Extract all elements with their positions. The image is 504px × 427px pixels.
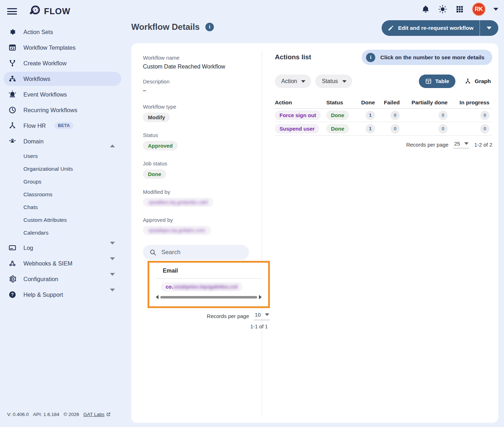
sub-item-label: Groups (23, 179, 41, 185)
in-progress-count[interactable]: 0 (480, 111, 489, 120)
sidebar-item-workflow-templates[interactable]: Workflow Templates (4, 40, 121, 55)
email-row-redacted[interactable]: co.smalqeteo.bqngalettes.cnl (161, 282, 243, 291)
scroll-right-icon[interactable] (259, 295, 262, 299)
search-input[interactable] (161, 249, 239, 256)
workflow-name-value: Custom Date Reached Workflow (143, 64, 253, 70)
sidebar-item-create-workflow[interactable]: Create Workflow (4, 56, 121, 70)
scrollbar-thumb[interactable] (160, 296, 257, 299)
edit-rerequest-workflow-button[interactable]: Edit and re-request workflow (382, 20, 498, 36)
action-filter-dropdown[interactable]: Action (275, 75, 311, 88)
avatar[interactable]: RK (472, 2, 486, 16)
done-count[interactable]: 1 (366, 124, 375, 133)
action-link[interactable]: Force sign out (275, 110, 321, 120)
people-group-icon (9, 137, 16, 145)
sidebar-item-custom-attributes[interactable]: Custom Attributes (4, 214, 121, 226)
sidebar-item-flow-hr[interactable]: Flow HR BETA (4, 119, 121, 133)
magnifier-logo-icon (28, 5, 41, 18)
beta-badge: BETA (54, 122, 73, 129)
sidebar-item-recurring-workflows[interactable]: Recurring Workflows (4, 103, 121, 117)
status-chip: Approved (143, 141, 178, 150)
branch-icon (9, 59, 16, 67)
sidebar-item-users[interactable]: Users (4, 150, 121, 163)
network-icon (9, 122, 16, 130)
api-version: API: 1.6.184 (33, 412, 59, 417)
scroll-left-icon[interactable] (156, 295, 159, 299)
sidebar-item-help-support[interactable]: ? Help & Support (4, 288, 121, 302)
gat-labs-link[interactable]: GAT Labs (83, 412, 111, 417)
chevron-up-icon[interactable] (110, 138, 115, 147)
records-per-page-select[interactable]: 25 (453, 141, 469, 148)
sidebar-item-organizational-units[interactable]: Organizational Units (4, 163, 121, 175)
sidebar-item-calendars[interactable]: Calendars (4, 226, 121, 239)
sidebar-item-label: Create Workflow (23, 60, 67, 67)
apps-grid-icon[interactable] (455, 5, 464, 14)
app-version: V: 0.406.0 (7, 412, 29, 417)
menu-hamburger-icon[interactable] (7, 7, 17, 15)
email-column-header: Email (156, 268, 262, 274)
in-progress-count[interactable]: 0 (480, 124, 489, 133)
sub-item-label: Organizational Units (23, 166, 73, 172)
actions-list-title: Actions list (275, 53, 311, 61)
app-logo[interactable]: FLOW (28, 5, 71, 18)
copyright: © 2026 (63, 412, 79, 417)
sidebar-item-log[interactable]: Log (4, 241, 121, 255)
edit-button-label: Edit and re-request workflow (398, 25, 473, 31)
sub-item-label: Chats (23, 204, 38, 210)
partially-done-count[interactable]: 0 (438, 111, 448, 120)
status-filter-dropdown[interactable]: Status (315, 75, 352, 88)
action-link[interactable]: Suspend user (275, 124, 319, 133)
sub-item-label: Custom Attributes (23, 217, 67, 223)
email-table-highlighted: Email co.smalqeteo.bqngalettes.cnl (148, 261, 270, 308)
chevron-down-icon[interactable] (110, 289, 115, 298)
external-link-icon (106, 412, 111, 417)
workflow-type-label: Workflow type (143, 104, 253, 110)
theme-brightness-icon[interactable] (438, 5, 447, 14)
done-count[interactable]: 1 (366, 111, 375, 120)
chevron-down-icon[interactable] (110, 242, 115, 251)
sidebar-item-event-workflows[interactable]: Event Workflows (4, 87, 121, 102)
sidebar-item-groups[interactable]: Groups (4, 175, 121, 188)
sidebar: FLOW Action Sets Workflow Templates Crea… (0, 0, 125, 427)
topbar: RK (421, 2, 498, 16)
records-per-page-select[interactable]: 10 (254, 312, 270, 320)
graph-view-button[interactable]: Graph (463, 75, 492, 88)
col-header-done: Done (358, 99, 378, 106)
sidebar-item-workflows[interactable]: Workflows (4, 72, 121, 86)
notifications-bell-icon[interactable] (421, 5, 430, 14)
chevron-down-icon[interactable] (110, 273, 115, 282)
sidebar-item-label: Log (23, 245, 33, 251)
records-per-page-label: Records per page (406, 142, 448, 148)
table-row: Suspend user Done 1 0 0 0 (275, 122, 492, 136)
sidebar-item-label: Configuration (23, 276, 58, 283)
info-icon: i (366, 53, 375, 62)
account-chevron-down-icon[interactable] (493, 8, 498, 11)
search-icon (149, 249, 156, 256)
info-banner: i Click on the number to see more detail… (362, 50, 492, 65)
description-label: Description (143, 78, 253, 84)
sidebar-item-chats[interactable]: Chats (4, 201, 121, 214)
sidebar-item-label: Action Sets (23, 29, 53, 35)
gear-icon (9, 275, 16, 283)
workflow-type-chip: Modify (143, 113, 170, 122)
failed-count[interactable]: 0 (391, 124, 400, 133)
sidebar-item-action-sets[interactable]: Action Sets (4, 25, 121, 39)
sub-item-label: Classrooms (23, 191, 52, 198)
app-name: FLOW (44, 6, 71, 16)
failed-count[interactable]: 0 (391, 111, 400, 120)
info-icon[interactable]: i (205, 23, 214, 31)
svg-text:?: ? (11, 292, 13, 297)
pencil-icon (388, 25, 394, 31)
chevron-down-icon[interactable] (110, 257, 115, 267)
log-card-icon (9, 244, 16, 252)
sidebar-item-classrooms[interactable]: Classrooms (4, 188, 121, 201)
sidebar-item-webhooks-siem[interactable]: Webhooks & SIEM (4, 256, 121, 270)
partially-done-count[interactable]: 0 (438, 124, 448, 133)
horizontal-scrollbar[interactable] (156, 295, 262, 299)
edit-button-dropdown[interactable] (480, 27, 498, 29)
workflow-details-card: Workflow name Custom Date Reached Workfl… (131, 43, 498, 423)
table-view-button[interactable]: Table (419, 75, 455, 88)
sidebar-item-configuration[interactable]: Configuration (4, 272, 121, 286)
email-search[interactable] (143, 245, 249, 260)
col-header-in-progress: In progress (450, 99, 492, 106)
sidebar-item-domain[interactable]: Domain (4, 134, 121, 148)
